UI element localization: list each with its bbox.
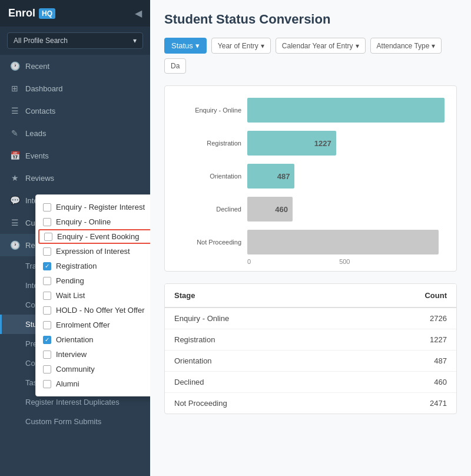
dropdown-label-hold-no-offer: HOLD - No Offer Yet Offer bbox=[56, 306, 145, 315]
dropdown-item-registration[interactable]: ✓ Registration bbox=[36, 259, 150, 273]
checkbox-enquiry-online[interactable] bbox=[43, 218, 51, 226]
chart-bar-area-declined: 460 bbox=[247, 197, 445, 222]
calendar-year-label: Calendar Year of Entry bbox=[282, 42, 353, 50]
checkbox-enquiry-event-booking[interactable] bbox=[44, 233, 52, 241]
reviews-icon: ★ bbox=[10, 173, 19, 183]
table-cell-stage-1: Enquiry - Online bbox=[165, 308, 352, 329]
interviews-icon: 💬 bbox=[10, 196, 19, 205]
attendance-type-filter-button[interactable]: Attendance Type ▾ bbox=[370, 38, 442, 54]
data-table: Stage Count Enquiry - Online 2726 Regist… bbox=[164, 283, 457, 414]
profile-search-select[interactable]: All Profile Search ▾ bbox=[7, 32, 143, 49]
status-filter-label: Status bbox=[171, 41, 193, 50]
logo-text: Enrol bbox=[8, 7, 35, 19]
chart-bar-declined: 460 bbox=[247, 197, 293, 222]
dropdown-item-enquiry-register-interest[interactable]: Enquiry - Register Interest bbox=[36, 200, 150, 214]
chart-x-label-0: 0 bbox=[247, 258, 251, 265]
chart-row-registration: Registration 1227 bbox=[177, 131, 445, 156]
events-icon: 📅 bbox=[10, 151, 19, 160]
checkbox-wait-list[interactable] bbox=[43, 292, 51, 300]
attendance-type-arrow-icon: ▾ bbox=[432, 42, 435, 50]
logo-hq: HQ bbox=[39, 8, 55, 19]
dropdown-label-registration: Registration bbox=[56, 262, 97, 270]
status-filter-button[interactable]: Status ▾ bbox=[164, 38, 207, 54]
table-cell-count-2: 1227 bbox=[352, 329, 456, 351]
chart-bar-area-registration: 1227 bbox=[247, 131, 445, 156]
dropdown-item-interview[interactable]: Interview bbox=[36, 347, 150, 362]
chart-bar-area-enquiry-online bbox=[247, 98, 445, 123]
dropdown-item-enrolment-offer[interactable]: Enrolment Offer bbox=[36, 318, 150, 332]
nav-recent-label: Recent bbox=[25, 62, 142, 71]
calendar-year-arrow-icon: ▾ bbox=[356, 42, 359, 50]
chart-bar-registration: 1227 bbox=[247, 131, 336, 156]
dropdown-item-wait-list[interactable]: Wait List bbox=[36, 288, 150, 303]
chart-bar-orientation: 487 bbox=[247, 164, 294, 189]
dropdown-label-enquiry-online: Enquiry - Online bbox=[56, 217, 111, 226]
dropdown-item-enquiry-online[interactable]: Enquiry - Online bbox=[36, 214, 150, 229]
table-cell-stage-4: Declined bbox=[165, 372, 352, 393]
dropdown-label-orientation: Orientation bbox=[56, 335, 94, 344]
chart-x-label-500: 500 bbox=[339, 258, 350, 265]
dropdown-item-alumni[interactable]: Alumni bbox=[36, 376, 150, 391]
dropdown-item-expression-of-interest[interactable]: Expression of Interest bbox=[36, 244, 150, 259]
chart-label-registration: Registration bbox=[177, 140, 241, 147]
chart-row-declined: Declined 460 bbox=[177, 197, 445, 222]
nav-events[interactable]: 📅 Events bbox=[0, 144, 150, 167]
nav-contacts[interactable]: ☰ Contacts bbox=[0, 100, 150, 122]
nav-contacts-label: Contacts bbox=[25, 107, 142, 115]
table-row: Declined 460 bbox=[165, 372, 456, 393]
sidebar-toggle-icon[interactable]: ◀ bbox=[135, 8, 142, 19]
page-title: Student Status Conversion bbox=[164, 12, 457, 27]
dropdown-label-community: Community bbox=[56, 365, 95, 373]
chart-label-declined: Declined bbox=[177, 206, 241, 213]
table-cell-count-4: 460 bbox=[352, 372, 456, 393]
dropdown-item-community[interactable]: Community bbox=[36, 362, 150, 376]
chart-x-axis: 0 500 bbox=[247, 258, 445, 265]
sidebar-item-custom-form-submits[interactable]: Custom Form Submits bbox=[0, 412, 150, 431]
custom-forms-icon: ☰ bbox=[10, 218, 19, 227]
nav-reviews-label: Reviews bbox=[25, 174, 142, 183]
nav-leads[interactable]: ✎ Leads bbox=[0, 122, 150, 144]
checkbox-community[interactable] bbox=[43, 365, 51, 373]
chart-row-not-proceeding: Not Proceeding bbox=[177, 230, 445, 254]
calendar-year-filter-button[interactable]: Calendar Year of Entry ▾ bbox=[276, 38, 366, 54]
dropdown-item-orientation[interactable]: ✓ Orientation bbox=[36, 332, 150, 347]
table-row: Enquiry - Online 2726 bbox=[165, 308, 456, 329]
da-filter-label: Da bbox=[171, 62, 180, 70]
table-header-stage: Stage bbox=[165, 284, 352, 308]
dropdown-item-hold-no-offer[interactable]: HOLD - No Offer Yet Offer bbox=[36, 303, 150, 318]
nav-dashboard-label: Dashboard bbox=[25, 84, 142, 93]
checkbox-interview[interactable] bbox=[43, 351, 51, 359]
chart-bar-value-registration: 1227 bbox=[314, 139, 331, 148]
main-content: Student Status Conversion Status ▾ Year … bbox=[150, 0, 471, 476]
nav-recent[interactable]: 🕐 Recent bbox=[0, 55, 150, 77]
checkbox-expression-of-interest[interactable] bbox=[43, 247, 51, 256]
checkbox-alumni[interactable] bbox=[43, 380, 51, 388]
chart-bar-value-orientation: 487 bbox=[277, 172, 290, 181]
table-cell-stage-3: Orientation bbox=[165, 351, 352, 372]
checkbox-registration[interactable]: ✓ bbox=[43, 262, 51, 270]
da-filter-button[interactable]: Da bbox=[164, 58, 186, 74]
table-row: Registration 1227 bbox=[165, 329, 456, 351]
chart-label-not-proceeding: Not Proceeding bbox=[177, 239, 241, 246]
dropdown-label-expression-of-interest: Expression of Interest bbox=[56, 247, 130, 256]
checkbox-pending[interactable] bbox=[43, 277, 51, 285]
chart-row-enquiry-online: Enquiry - Online bbox=[177, 98, 445, 123]
sidebar-header: Enrol HQ ◀ bbox=[0, 0, 150, 27]
dropdown-item-enquiry-event-booking[interactable]: Enquiry - Event Booking bbox=[38, 229, 150, 244]
logo-area: Enrol HQ bbox=[8, 7, 55, 19]
nav-leads-label: Leads bbox=[25, 129, 142, 138]
year-of-entry-label: Year of Entry bbox=[218, 42, 258, 50]
dropdown-label-interview: Interview bbox=[56, 350, 87, 359]
nav-dashboard[interactable]: ⊞ Dashboard bbox=[0, 77, 150, 100]
chart-bar-area-orientation: 487 bbox=[247, 164, 445, 189]
checkbox-enrolment-offer[interactable] bbox=[43, 321, 51, 329]
year-of-entry-filter-button[interactable]: Year of Entry ▾ bbox=[211, 38, 271, 54]
dropdown-item-pending[interactable]: Pending bbox=[36, 273, 150, 288]
nav-reviews[interactable]: ★ Reviews bbox=[0, 167, 150, 189]
table-cell-stage-5: Not Proceeding bbox=[165, 393, 352, 414]
chart-bars: Enquiry - Online Registration 1227 Orien… bbox=[177, 98, 445, 254]
status-dropdown: Enquiry - Register Interest Enquiry - On… bbox=[35, 194, 150, 396]
checkbox-orientation[interactable]: ✓ bbox=[43, 336, 51, 344]
checkbox-enquiry-register-interest[interactable] bbox=[43, 203, 51, 211]
checkbox-hold-no-offer[interactable] bbox=[43, 306, 51, 315]
